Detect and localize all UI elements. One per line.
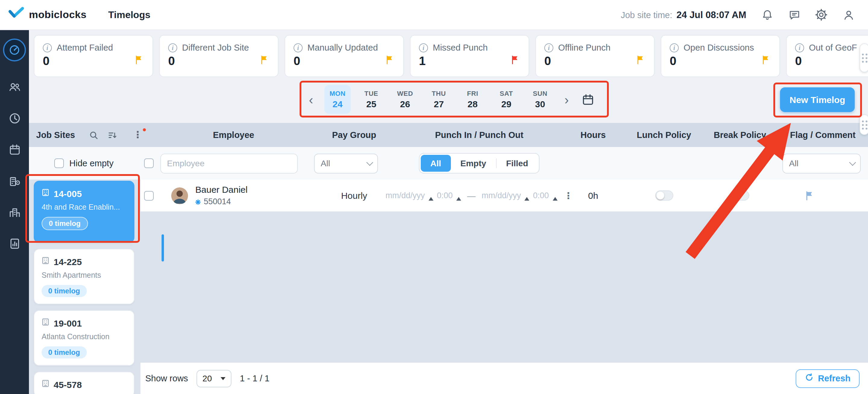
- sidebar-item-employees[interactable]: [7, 79, 22, 94]
- info-icon: i: [419, 43, 428, 52]
- timelog-count-badge: 0 timelog: [41, 217, 88, 230]
- day-tile-sat[interactable]: SAT 29: [493, 85, 520, 114]
- sidebar-item-reports[interactable]: [7, 236, 22, 251]
- sort-icon[interactable]: [108, 130, 117, 139]
- job-site-card-14-225[interactable]: 14-225 Smith Apartments 0 timelog: [34, 249, 134, 304]
- job-site-card-45-578[interactable]: 45-578: [34, 372, 134, 394]
- punch-out-time-field[interactable]: 0:00: [533, 191, 549, 200]
- flag-comment-cell: [778, 190, 868, 201]
- info-icon: i: [795, 43, 804, 52]
- flag-filter-cell: All: [778, 153, 868, 173]
- day-tile-fri[interactable]: FRI 28: [459, 85, 486, 114]
- day-tile-wed[interactable]: WED 26: [392, 85, 418, 114]
- punch-range-separator: —: [467, 191, 475, 200]
- brand: mobiclocks: [0, 7, 87, 23]
- job-sites-more-options-button[interactable]: ⋮: [133, 130, 143, 140]
- stat-card-open-discussions: iOpen Discussions 0: [661, 35, 780, 77]
- info-icon: i: [168, 43, 177, 52]
- hide-empty-checkbox[interactable]: [54, 159, 64, 168]
- account-person-icon[interactable]: [842, 8, 855, 21]
- page-size-select[interactable]: 20: [196, 370, 231, 387]
- top-bar: mobiclocks Timelogs Job site time: 24 Ju…: [0, 0, 868, 30]
- row-checkbox[interactable]: [144, 191, 153, 200]
- job-site-card-19-001[interactable]: 19-001 Atlanta Construction 0 timelog: [34, 310, 134, 366]
- punch-in-date-field[interactable]: mm/dd/yyy: [385, 191, 425, 200]
- refresh-label: Refresh: [818, 373, 850, 383]
- break-policy-toggle[interactable]: [731, 190, 749, 201]
- chat-icon[interactable]: [788, 8, 801, 21]
- stat-value: 0: [293, 54, 300, 68]
- employee-filter-input[interactable]: [160, 153, 298, 173]
- stat-card-manually-updated: iManually Updated 0: [284, 35, 404, 77]
- flag-icon: [761, 55, 771, 67]
- break-policy-cell: [702, 190, 778, 201]
- timelog-count-badge: 0 timelog: [41, 285, 87, 297]
- punch-filter-segmented: All Empty Filled: [419, 153, 540, 173]
- punch-filter-cell: All Empty Filled: [398, 153, 561, 173]
- segment-all[interactable]: All: [421, 155, 451, 172]
- column-header-flag-comment: Flag / Comment: [778, 130, 868, 140]
- employee-id-star-icon: [195, 196, 201, 207]
- job-sites-header-label: Job Sites: [36, 130, 75, 140]
- pay-group-value: Hourly: [341, 190, 367, 201]
- sidebar-item-job-sites[interactable]: [7, 173, 22, 188]
- stat-label: Offline Punch: [558, 43, 611, 53]
- cards-scroll-drag-handle[interactable]: [860, 43, 868, 72]
- segment-empty[interactable]: Empty: [451, 155, 496, 172]
- info-icon: i: [293, 43, 303, 52]
- flag-comment-button[interactable]: [804, 190, 815, 201]
- day-tile-mon[interactable]: MON 24: [324, 85, 351, 114]
- caret-down-icon: [221, 377, 225, 380]
- date-picker: ‹ MON 24 TUE 25 WED 26 THU 27 FRI 28: [304, 84, 595, 115]
- next-day-button[interactable]: ›: [559, 93, 574, 106]
- toolbar-drag-handle[interactable]: [860, 114, 868, 135]
- column-header-break-policy: Break Policy: [702, 130, 778, 140]
- settings-gear-icon[interactable]: [815, 8, 828, 21]
- search-icon[interactable]: [90, 130, 98, 139]
- lunch-policy-cell: [626, 190, 702, 201]
- day-tiles: MON 24 TUE 25 WED 26 THU 27 FRI 28 SAT 2…: [324, 85, 553, 114]
- calendar-picker-icon[interactable]: [580, 92, 595, 107]
- day-tile-sun[interactable]: SUN 30: [527, 85, 553, 114]
- sidebar-item-dashboard[interactable]: [3, 38, 26, 61]
- pagination-bar: Show rows 20 1 - 1 / 1 Refresh: [141, 363, 868, 394]
- new-timelog-button[interactable]: New Timelog: [780, 87, 855, 112]
- day-number: 25: [366, 99, 376, 109]
- job-site-code: 14-225: [54, 256, 82, 267]
- show-rows-label: Show rows: [145, 373, 188, 383]
- punch-out-date-field[interactable]: mm/dd/yyy: [482, 191, 521, 200]
- job-sites-scrollbar[interactable]: [161, 234, 164, 261]
- brand-logo-icon: [8, 7, 24, 23]
- building-icon: [41, 379, 50, 390]
- prev-day-button[interactable]: ‹: [304, 93, 318, 106]
- hide-empty-filter: Hide empty: [29, 159, 141, 168]
- page-title: Timelogs: [108, 9, 150, 20]
- top-right-cluster: Job site time: 24 Jul 08:07 AM: [621, 8, 868, 21]
- lunch-policy-toggle[interactable]: [655, 190, 673, 201]
- day-of-week: SUN: [533, 90, 547, 97]
- segment-filled[interactable]: Filled: [496, 155, 538, 172]
- sidebar-item-timelogs[interactable]: [7, 111, 22, 125]
- sidebar-item-schedule[interactable]: [7, 142, 22, 157]
- table-header-row: Job Sites ⋮ Employee Pay Group Punch In …: [29, 123, 868, 147]
- sidebar-item-company[interactable]: [7, 205, 22, 219]
- building-icon: [41, 188, 50, 199]
- flag-icon: [259, 55, 270, 67]
- flag-filter-select[interactable]: All: [782, 153, 861, 173]
- day-tile-thu[interactable]: THU 27: [426, 85, 452, 114]
- job-site-code: 14-005: [54, 188, 82, 198]
- more-vertical-icon: ⋮: [133, 130, 143, 140]
- punch-in-time-field[interactable]: 0:00: [437, 191, 453, 200]
- day-of-week: THU: [432, 90, 446, 97]
- day-number: 27: [434, 99, 444, 109]
- job-site-card-14-005[interactable]: 14-005 4th and Race Enablin... 0 timelog: [34, 181, 134, 243]
- notifications-bell-icon[interactable]: [761, 8, 773, 21]
- day-tile-tue[interactable]: TUE 25: [358, 85, 384, 114]
- select-all-rows-checkbox[interactable]: [144, 159, 153, 168]
- hide-empty-label: Hide empty: [69, 159, 114, 168]
- pay-group-filter-select[interactable]: All: [314, 153, 378, 173]
- sidebar-nav: [0, 30, 29, 394]
- filter-row: Hide empty All All Empty Filled: [29, 147, 868, 179]
- employee-cell: Bauer Daniel 550014: [157, 184, 310, 207]
- refresh-button[interactable]: Refresh: [796, 369, 860, 388]
